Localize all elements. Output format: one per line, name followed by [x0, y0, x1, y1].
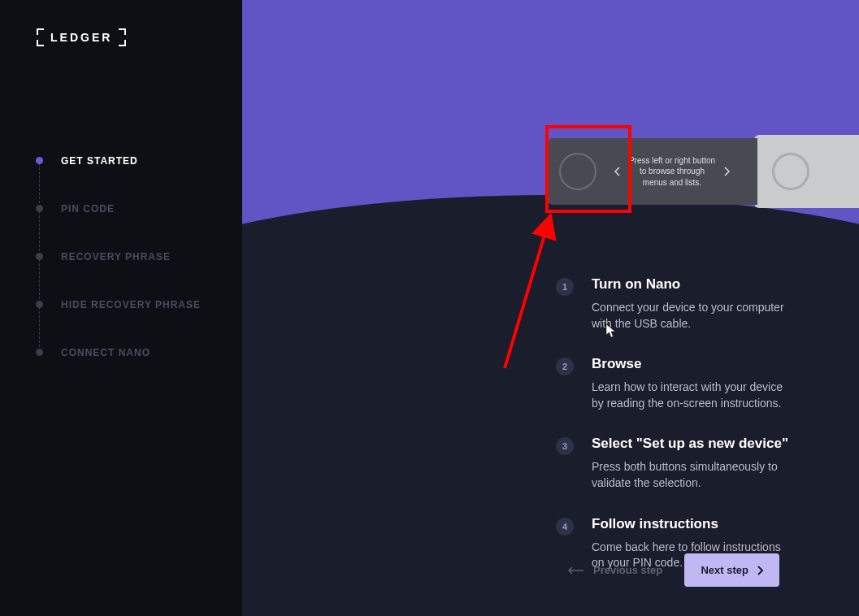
- device-screen: Press left or right button to browse thr…: [597, 155, 748, 189]
- step-dot-icon: [36, 205, 43, 212]
- instruction-step: 3 Select "Set up as new device" Press bo…: [556, 436, 794, 491]
- instructions-list: 1 Turn on Nano Connect your device to yo…: [556, 276, 794, 596]
- next-step-label: Next step: [701, 564, 748, 576]
- sidebar-item-pin-code[interactable]: PIN CODE: [36, 184, 242, 232]
- device-body-dark: Press left or right button to browse thr…: [548, 138, 757, 205]
- chevron-left-icon: [614, 167, 621, 176]
- banner: [242, 0, 859, 260]
- nav-steps: GET STARTED PIN CODE RECOVERY PHRASE HID…: [36, 137, 242, 376]
- sidebar-item-connect-nano[interactable]: CONNECT NANO: [36, 328, 242, 376]
- step-number-badge: 2: [556, 358, 574, 375]
- sidebar-item-hide-recovery-phrase[interactable]: HIDE RECOVERY PHRASE: [36, 280, 242, 328]
- logo-text: LEDGER: [50, 31, 112, 44]
- chevron-right-icon: [757, 566, 763, 575]
- device-body-light: [754, 135, 859, 208]
- device-swivel-icon: [772, 153, 809, 190]
- step-label: GET STARTED: [61, 155, 138, 167]
- main-content: Press left or right button to browse thr…: [242, 0, 859, 616]
- step-title: Browse: [592, 356, 794, 372]
- device-screen-text: Press left or right button to browse thr…: [627, 155, 717, 189]
- logo-bracket-left-icon: [36, 28, 46, 47]
- step-content: Browse Learn how to interact with your d…: [592, 356, 794, 411]
- previous-step-button[interactable]: Previous step: [567, 564, 662, 576]
- logo: LEDGER: [36, 28, 242, 47]
- step-dot-icon: [36, 349, 43, 356]
- step-number-badge: 3: [556, 437, 574, 455]
- device-illustration: Press left or right button to browse thr…: [548, 135, 859, 208]
- device-left-button-icon: [559, 153, 597, 190]
- step-label: PIN CODE: [61, 203, 115, 215]
- next-step-button[interactable]: Next step: [684, 553, 779, 587]
- sidebar: LEDGER GET STARTED PIN CODE RECOVERY PHR…: [0, 0, 242, 616]
- step-dot-icon: [36, 301, 43, 308]
- step-label: HIDE RECOVERY PHRASE: [61, 299, 201, 310]
- chevron-right-icon: [723, 167, 730, 176]
- step-content: Select "Set up as new device" Press both…: [592, 436, 794, 491]
- step-dot-icon: [36, 253, 43, 260]
- step-content: Turn on Nano Connect your device to your…: [592, 276, 794, 332]
- footer-nav: Previous step Next step: [567, 553, 779, 587]
- step-number-badge: 4: [556, 518, 574, 536]
- step-description: Learn how to interact with your device b…: [592, 380, 794, 411]
- instruction-step: 1 Turn on Nano Connect your device to yo…: [556, 276, 794, 332]
- sidebar-item-recovery-phrase[interactable]: RECOVERY PHRASE: [36, 232, 242, 280]
- arrow-left-icon: [567, 566, 584, 575]
- step-title: Follow instructions: [592, 516, 794, 532]
- step-number-badge: 1: [556, 278, 574, 296]
- step-label: RECOVERY PHRASE: [61, 251, 171, 262]
- sidebar-item-get-started[interactable]: GET STARTED: [36, 137, 242, 184]
- step-description: Press both buttons simultaneously to val…: [592, 459, 794, 491]
- step-label: CONNECT NANO: [61, 347, 150, 358]
- step-dot-icon: [36, 157, 43, 164]
- step-title: Turn on Nano: [592, 276, 794, 293]
- step-title: Select "Set up as new device": [592, 436, 794, 452]
- logo-bracket-right-icon: [117, 28, 127, 47]
- instruction-step: 2 Browse Learn how to interact with your…: [556, 356, 794, 411]
- step-description: Connect your device to your computer wit…: [592, 300, 794, 332]
- previous-step-label: Previous step: [593, 564, 662, 576]
